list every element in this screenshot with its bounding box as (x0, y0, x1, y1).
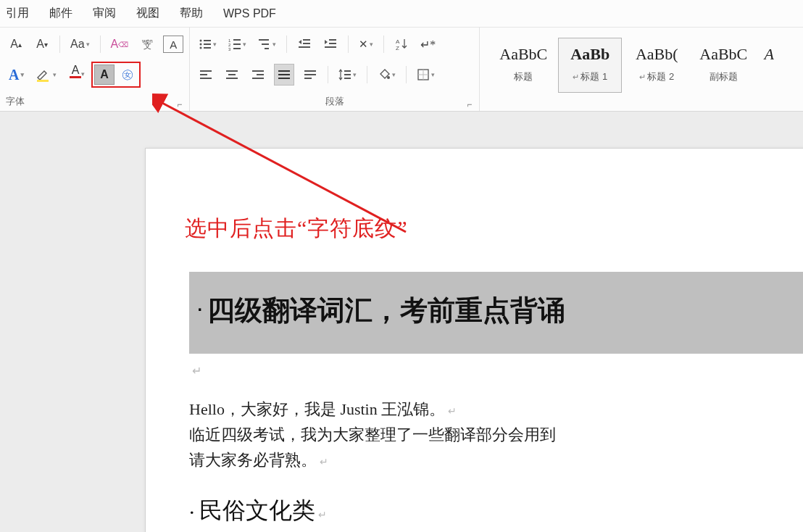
enclosed-char-button[interactable]: ㊛ (117, 65, 138, 85)
phonetic-guide-button[interactable]: wén文 (137, 33, 157, 55)
svg-rect-38 (304, 78, 312, 79)
menu-mailings[interactable]: 邮件 (49, 6, 72, 21)
svg-rect-16 (303, 39, 310, 41)
font-group-launcher[interactable]: ⌐ (177, 99, 183, 109)
svg-rect-35 (278, 78, 290, 79)
char-shading-button[interactable]: A (94, 65, 115, 85)
ribbon: A▴ A▾ Aa▾ A⌫ wén文 A A▾ ▾ A▾ A ㊛ (0, 28, 803, 112)
svg-rect-10 (233, 43, 241, 45)
font-group-label: 字体 (6, 95, 25, 109)
svg-rect-28 (228, 74, 236, 75)
style-heading[interactable]: AaBbC 标题 (491, 38, 555, 93)
align-center-button[interactable] (222, 64, 242, 86)
grow-font-button[interactable]: A▴ (6, 33, 26, 55)
numbering-icon: 123 (228, 38, 241, 51)
svg-rect-14 (262, 43, 269, 45)
svg-rect-32 (252, 78, 264, 79)
decrease-indent-button[interactable] (294, 33, 315, 55)
separator (367, 66, 367, 83)
menu-view[interactable]: 视图 (136, 6, 159, 21)
ribbon-group-font: A▴ A▾ Aa▾ A⌫ wén文 A A▾ ▾ A▾ A ㊛ (0, 28, 190, 111)
svg-rect-34 (278, 74, 290, 75)
align-center-icon (225, 68, 238, 81)
font-color-button[interactable]: A▾ (65, 64, 86, 86)
align-left-icon (199, 68, 212, 81)
align-justify-button[interactable] (274, 64, 294, 86)
borders-button[interactable]: ▾ (414, 64, 438, 86)
svg-rect-21 (325, 46, 336, 48)
workspace: 学生专区↵ · 四级翻译词汇，考前重点背诵 ↵ Hello，大家好，我是 Jus… (0, 112, 803, 532)
indent-icon (324, 38, 337, 51)
align-left-button[interactable] (196, 64, 216, 86)
document-title-selection[interactable]: · 四级翻译词汇，考前重点背诵 (189, 272, 803, 354)
style-subtitle[interactable]: AaBbC 副标题 (691, 38, 755, 93)
svg-rect-13 (259, 39, 269, 41)
separator (348, 36, 349, 53)
menu-wpspdf[interactable]: WPS PDF (223, 7, 276, 20)
svg-rect-4 (204, 43, 211, 45)
numbering-button[interactable]: 123▾ (225, 33, 249, 55)
style-more[interactable]: A (758, 38, 780, 93)
style-heading2[interactable]: AaBb( ↵标题 2 (625, 38, 688, 93)
style-preview: AaBbC (492, 38, 554, 70)
svg-rect-39 (344, 70, 351, 72)
style-name: 副标题 (692, 70, 754, 83)
clear-formatting-button[interactable]: A⌫ (108, 33, 132, 55)
shrink-font-button[interactable]: A▾ (32, 33, 52, 55)
svg-rect-2 (204, 40, 211, 41)
style-preview: A (759, 38, 779, 70)
menu-bar: 引用 邮件 审阅 视图 帮助 WPS PDF (0, 0, 803, 28)
align-justify-icon (278, 68, 291, 81)
svg-rect-24 (200, 70, 212, 72)
highlight-button[interactable]: ▾ (33, 64, 59, 86)
menu-references[interactable]: 引用 (6, 6, 29, 21)
align-right-button[interactable] (248, 64, 268, 86)
para-group-launcher[interactable]: ⌐ (467, 99, 473, 109)
svg-rect-15 (265, 48, 269, 49)
highlighter-icon (36, 67, 51, 83)
svg-rect-33 (278, 70, 290, 72)
asian-layout-button[interactable]: ✕▾ (356, 33, 376, 55)
svg-rect-20 (329, 43, 336, 44)
separator (383, 36, 384, 53)
body-line: 请大家务必背熟。↵ (189, 447, 803, 473)
svg-rect-25 (200, 74, 207, 75)
separator (59, 36, 60, 53)
sort-button[interactable]: AZ (391, 33, 412, 55)
svg-point-1 (200, 40, 202, 42)
show-marks-button[interactable]: ↵* (417, 33, 438, 55)
style-preview: AaBb( (625, 38, 688, 70)
svg-point-42 (387, 76, 390, 79)
text-effects-button[interactable]: A▾ (6, 64, 27, 86)
bullets-button[interactable]: ▾ (196, 33, 220, 55)
menu-help[interactable]: 帮助 (180, 6, 203, 21)
align-dist-icon (304, 68, 317, 81)
svg-rect-17 (303, 43, 310, 44)
borders-icon (417, 68, 430, 81)
menu-review[interactable]: 审阅 (93, 6, 116, 21)
svg-rect-19 (329, 39, 336, 41)
increase-indent-button[interactable] (320, 33, 341, 55)
align-distribute-button[interactable] (300, 64, 320, 86)
svg-rect-29 (226, 78, 238, 79)
svg-rect-26 (200, 78, 212, 79)
document-page[interactable]: 学生专区↵ · 四级翻译词汇，考前重点背诵 ↵ Hello，大家好，我是 Jus… (145, 148, 803, 532)
line-spacing-button[interactable]: ▾ (336, 64, 359, 86)
bullet-icon: · (196, 294, 203, 322)
char-border-button-top[interactable]: A (163, 36, 183, 53)
document-body[interactable]: Hello，大家好，我是 Justin 王泓锦。↵ 临近四级考试，我为大家整理了… (189, 396, 803, 473)
shading-button[interactable]: ▾ (375, 64, 399, 86)
outdent-icon (298, 38, 311, 51)
svg-text:A: A (396, 38, 400, 45)
separator (328, 66, 328, 83)
change-case-button[interactable]: Aa▾ (67, 33, 93, 55)
multilevel-list-button[interactable]: ▾ (255, 33, 279, 55)
align-right-icon (251, 68, 265, 81)
style-preview: AaBb (559, 38, 621, 70)
return-mark-icon: ↵ (318, 510, 327, 520)
svg-text:3: 3 (228, 47, 231, 51)
style-heading1[interactable]: AaBb ↵标题 1 (558, 38, 622, 93)
svg-rect-27 (226, 70, 238, 72)
document-heading2[interactable]: ·民俗文化类↵ (189, 495, 803, 527)
char-shading-highlight-box: A ㊛ (91, 62, 141, 88)
